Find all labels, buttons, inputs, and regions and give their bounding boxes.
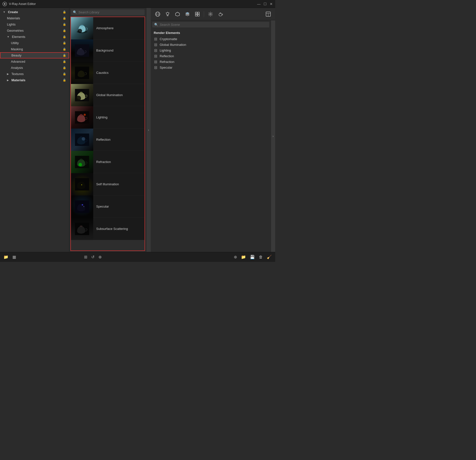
lock-icon: 🔒 bbox=[63, 23, 66, 26]
sidebar-label: Advanced bbox=[11, 60, 25, 63]
toolbar-render-elem-icon[interactable] bbox=[193, 10, 202, 19]
toolbar-separator-1 bbox=[204, 11, 204, 17]
toolbar-viewport-icon[interactable] bbox=[264, 10, 273, 19]
grid-view-icon[interactable]: ▦ bbox=[11, 254, 17, 260]
svg-point-23 bbox=[84, 206, 84, 207]
sidebar-item-create[interactable]: ▼ Create 🔒 bbox=[0, 9, 69, 15]
sidebar-label: Materials bbox=[7, 16, 20, 20]
teapot-icon-refraction bbox=[75, 156, 89, 168]
svg-rect-35 bbox=[195, 14, 197, 16]
library-item-name: Self Illumination bbox=[93, 182, 122, 186]
lock-icon-create: 🔒 bbox=[63, 10, 66, 14]
layers-icon bbox=[154, 66, 158, 69]
library-item-name: Caustics bbox=[93, 71, 112, 75]
sidebar: ▼ Create 🔒 Materials 🔒 Lights 🔒 bbox=[0, 8, 69, 252]
right-side-collapse-button[interactable]: › bbox=[271, 20, 275, 252]
thumb-specular bbox=[71, 195, 93, 218]
scene-search-input[interactable] bbox=[160, 23, 267, 27]
toolbar-layers-icon[interactable] bbox=[183, 10, 192, 19]
library-item-name: Subsurface Scattering bbox=[93, 227, 131, 231]
toolbar-geometry-icon[interactable] bbox=[173, 10, 182, 19]
svg-point-18 bbox=[79, 163, 82, 166]
search-icon: 🔍 bbox=[154, 23, 158, 27]
search-icon: 🔍 bbox=[73, 10, 77, 14]
folder-icon[interactable]: 📁 bbox=[240, 254, 247, 260]
svg-point-9 bbox=[76, 96, 81, 101]
minimize-button[interactable]: — bbox=[257, 2, 261, 6]
library-item-name: Atmosphere bbox=[93, 26, 117, 30]
library-list: Atmosphere Background bbox=[70, 17, 145, 251]
expand-arrow-materials: ▶ bbox=[7, 79, 9, 81]
toolbar-settings-icon[interactable] bbox=[206, 10, 215, 19]
teapot-icon-caustics bbox=[75, 67, 89, 79]
sidebar-item-advanced[interactable]: Advanced 🔒 bbox=[0, 58, 69, 65]
render-element-label: Lighting bbox=[160, 49, 171, 52]
teapot-icon-reflection bbox=[75, 134, 89, 146]
lock-icon: 🔒 bbox=[63, 79, 66, 82]
sidebar-item-lights[interactable]: Lights 🔒 bbox=[0, 21, 69, 27]
sidebar-item-analysis[interactable]: Analysis 🔒 bbox=[0, 65, 69, 71]
right-main: 🔍 Render Elements Cryptomatte bbox=[151, 8, 275, 252]
refresh-icon[interactable]: ↺ bbox=[90, 254, 95, 260]
svg-point-29 bbox=[166, 12, 169, 15]
render-element-global-illum[interactable]: Global Illumination bbox=[154, 42, 268, 48]
list-item[interactable]: Specular bbox=[71, 195, 145, 218]
center-panel: 🔍 Atmosphere bbox=[69, 8, 146, 252]
toolbar-light-icon[interactable] bbox=[163, 10, 172, 19]
lock-icon: 🔒 bbox=[63, 60, 66, 63]
render-element-label: Global Illumination bbox=[160, 43, 186, 47]
close-button[interactable]: ✕ bbox=[270, 2, 273, 6]
list-item[interactable]: Reflection bbox=[71, 129, 145, 151]
render-element-cryptomatte[interactable]: Cryptomatte bbox=[154, 36, 268, 42]
sidebar-item-materials-bottom[interactable]: ▶ Materials 🔒 bbox=[0, 77, 69, 83]
add-center-icon[interactable]: ⊕ bbox=[97, 254, 103, 260]
delete-icon[interactable]: 🗑 bbox=[258, 254, 264, 260]
thumb-caustics bbox=[71, 62, 93, 84]
sidebar-item-masking[interactable]: Masking 🔒 bbox=[0, 46, 69, 52]
list-item[interactable]: Global Illumination bbox=[71, 84, 145, 106]
thumb-reflection bbox=[71, 129, 93, 151]
sidebar-item-utility[interactable]: Utility 🔒 bbox=[0, 40, 69, 46]
list-item[interactable]: Atmosphere bbox=[71, 17, 145, 39]
render-element-lighting[interactable]: Lighting bbox=[154, 48, 268, 53]
open-folder-icon[interactable]: 📁 bbox=[2, 254, 9, 260]
library-item-name: Background bbox=[93, 49, 116, 52]
scene-search-bar[interactable]: 🔍 bbox=[152, 22, 269, 27]
clean-icon[interactable]: 🧹 bbox=[266, 254, 273, 260]
render-element-specular[interactable]: Specular bbox=[154, 65, 268, 70]
layers-icon bbox=[154, 60, 158, 64]
list-item[interactable]: Self Illumination bbox=[71, 173, 145, 195]
lock-icon: 🔒 bbox=[63, 35, 66, 38]
sidebar-item-beauty[interactable]: Beauty 🔒 bbox=[0, 52, 69, 58]
center-collapse-button[interactable]: › bbox=[146, 8, 151, 252]
thumb-atmosphere bbox=[71, 17, 93, 39]
list-item[interactable]: Refraction bbox=[71, 151, 145, 173]
library-item-name: Reflection bbox=[93, 138, 114, 141]
toolbar-sphere-icon[interactable] bbox=[153, 10, 162, 19]
render-element-refraction[interactable]: Refraction bbox=[154, 59, 268, 65]
sidebar-label: Textures bbox=[11, 72, 24, 76]
list-item[interactable]: Caustics bbox=[71, 62, 145, 84]
toolbar-teapot-icon[interactable] bbox=[216, 10, 225, 19]
library-search-input[interactable] bbox=[78, 10, 143, 14]
list-item[interactable]: Subsurface Scattering bbox=[71, 218, 145, 240]
thumb-lighting bbox=[71, 106, 93, 129]
sidebar-item-geometries[interactable]: Geometries 🔒 bbox=[0, 27, 69, 34]
svg-line-31 bbox=[166, 13, 166, 13]
grid-icon[interactable]: ⊞ bbox=[83, 254, 88, 260]
sidebar-item-textures[interactable]: ▶ Textures 🔒 bbox=[0, 71, 69, 77]
list-item[interactable]: Background bbox=[71, 39, 145, 62]
sidebar-item-materials-top[interactable]: Materials 🔒 bbox=[0, 15, 69, 21]
save-icon[interactable]: 💾 bbox=[249, 254, 256, 260]
add-icon[interactable]: ⊕ bbox=[233, 254, 238, 260]
list-item[interactable]: Lighting bbox=[71, 106, 145, 129]
svg-point-2 bbox=[81, 25, 83, 26]
teapot-icon-subsurface bbox=[75, 223, 89, 235]
maximize-button[interactable]: ☐ bbox=[264, 2, 267, 6]
library-search-bar[interactable]: 🔍 bbox=[71, 9, 145, 15]
render-element-reflection[interactable]: Reflection bbox=[154, 53, 268, 59]
library-item-name: Global Illumination bbox=[93, 93, 126, 97]
svg-rect-33 bbox=[195, 12, 197, 14]
thumb-global-illum bbox=[71, 84, 93, 106]
sidebar-item-elements[interactable]: ▼ Elements 🔒 bbox=[0, 34, 69, 40]
